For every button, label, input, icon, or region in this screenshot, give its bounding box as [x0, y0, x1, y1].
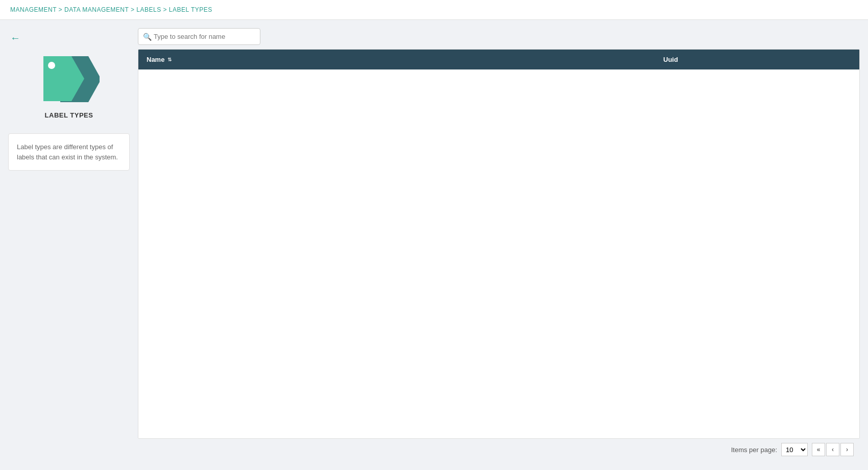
sort-icon: ⇅	[167, 57, 172, 62]
description-text: Label types are different types of label…	[17, 143, 118, 161]
pagination-buttons: « ‹ ›	[812, 443, 854, 456]
description-box: Label types are different types of label…	[8, 133, 130, 171]
next-page-button[interactable]: ›	[840, 443, 854, 456]
column-uuid: Uuid	[655, 50, 859, 69]
pagination-row: Items per page: 10 25 50 100 « ‹ ›	[138, 439, 860, 460]
first-page-button[interactable]: «	[812, 443, 825, 456]
main-container: ← LABEL TYPES Label types are different …	[0, 20, 868, 468]
search-bar-row: 🔍	[138, 28, 860, 45]
column-name[interactable]: Name ⇅	[138, 50, 655, 69]
table-header: Name ⇅ Uuid	[138, 50, 859, 69]
search-icon: 🔍	[143, 33, 152, 41]
back-button[interactable]: ←	[8, 30, 22, 46]
col-uuid-label: Uuid	[663, 56, 678, 63]
items-per-page-select[interactable]: 10 25 50 100	[781, 443, 808, 456]
section-title: LABEL TYPES	[45, 111, 93, 119]
breadcrumb-text: MANAGEMENT > DATA MANAGEMENT > LABELS > …	[10, 6, 212, 13]
sidebar: ← LABEL TYPES Label types are different …	[0, 20, 138, 468]
table-body	[138, 69, 859, 438]
svg-point-2	[48, 62, 55, 69]
table-wrapper: Name ⇅ Uuid	[138, 49, 860, 439]
content-area: 🔍 Name ⇅ Uuid Items per page:	[138, 20, 868, 468]
search-input[interactable]	[138, 28, 260, 45]
label-types-icon	[38, 51, 100, 107]
prev-page-button[interactable]: ‹	[826, 443, 839, 456]
icon-area: LABEL TYPES	[8, 51, 130, 127]
search-input-wrapper: 🔍	[138, 28, 260, 45]
items-per-page-label: Items per page:	[731, 446, 777, 454]
col-name-label: Name	[147, 56, 164, 63]
breadcrumb: MANAGEMENT > DATA MANAGEMENT > LABELS > …	[0, 0, 868, 20]
